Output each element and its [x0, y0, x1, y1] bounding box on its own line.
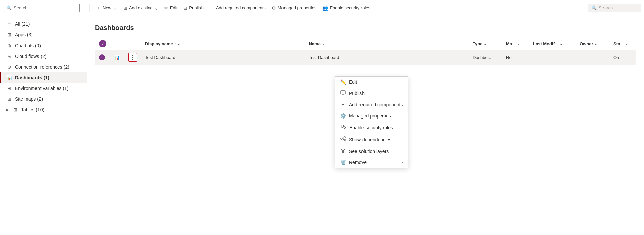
th-name[interactable]: Name ⌄ [305, 37, 469, 50]
env-vars-icon: ⊞ [6, 86, 12, 91]
chatbots-icon: ⊕ [6, 43, 12, 48]
plus-icon: ＋ [96, 5, 101, 11]
sidebar-item-label: Chatbots (0) [15, 43, 41, 48]
sidebar-item-apps[interactable]: ⊞ Apps (3) [0, 29, 87, 40]
select-all-circle[interactable]: ✓ [99, 40, 106, 47]
sidebar-item-connection-references[interactable]: ⊙ Connection references (2) [0, 62, 87, 72]
add-existing-label: Add existing [129, 5, 153, 10]
th-type-label: Type [473, 41, 482, 46]
menu-remove-label: Remove [349, 160, 367, 165]
more-dots-icon: ⋯ [376, 5, 381, 10]
menu-item-add-required[interactable]: + Add required components [335, 99, 408, 110]
table-header-row: ✓ Display name ↑ ⌄ Name [95, 37, 636, 50]
sidebar-item-label: Apps (3) [15, 32, 33, 37]
cloud-flows-icon: ∿ [6, 54, 12, 59]
sidebar-search-box[interactable]: 🔍 [3, 4, 80, 12]
gear-icon: ⚙ [272, 5, 276, 11]
remove-submenu-chevron: › [402, 160, 403, 164]
sidebar: ≡ All (21) ⊞ Apps (3) ⊕ Chatbots (0) ∿ C… [0, 16, 87, 235]
filter-icon-modified[interactable]: ⌄ [560, 42, 562, 46]
menu-item-remove[interactable]: 🗑️ Remove › [335, 157, 408, 168]
dashboards-table: ✓ Display name ↑ ⌄ Name [95, 37, 636, 65]
more-actions-button[interactable]: ⋯ [374, 4, 383, 12]
row-icon-cell: 📊 [110, 50, 124, 65]
th-last-modified[interactable]: Last Modif... ⌄ [529, 37, 576, 50]
edit-label: Edit [170, 5, 177, 10]
th-owner[interactable]: Owner ⌄ [576, 37, 609, 50]
th-type[interactable]: Type ⌄ [469, 37, 502, 50]
managed-properties-button[interactable]: ⚙ Managed properties [269, 4, 319, 12]
sidebar-search-input[interactable] [14, 5, 76, 10]
add-existing-icon: ⊞ [123, 5, 127, 11]
filter-icon-owner[interactable]: ⌄ [594, 42, 597, 46]
menu-enable-security-roles-label: Enable security roles [349, 125, 393, 130]
row-display-name: Test Dashboard [141, 50, 305, 65]
th-more [124, 37, 141, 50]
th-ma-label: Ma... [506, 41, 516, 46]
th-status[interactable]: Sta... ⌄ [609, 37, 636, 50]
context-menu: ✏️ Edit Publish + Add required component… [335, 76, 408, 168]
edit-icon: ✏ [164, 5, 168, 11]
menu-item-managed-properties[interactable]: ⚙️ Managed properties [335, 110, 408, 121]
menu-item-show-dependencies[interactable]: Show dependencies [335, 134, 408, 145]
left-panel: 🔍 [3, 4, 90, 12]
filter-icon[interactable]: ⌄ [177, 42, 180, 46]
th-ma[interactable]: Ma... ⌄ [502, 37, 529, 50]
page-title: Dashboards [95, 24, 636, 32]
svg-rect-6 [344, 139, 345, 141]
add-required-icon: ＋ [210, 5, 214, 11]
publish-button[interactable]: ⊟ Publish [181, 4, 206, 12]
edit-button[interactable]: ✏ Edit [162, 4, 180, 12]
toolbar-actions: ＋ New ⌄ ⊞ Add existing ⌄ ✏ Edit ⊟ Publis… [91, 3, 641, 13]
add-required-menu-icon: + [340, 102, 346, 108]
add-required-button[interactable]: ＋ Add required components [207, 3, 268, 13]
sidebar-item-dashboards[interactable]: 📊 Dashboards (1) [0, 72, 87, 83]
sidebar-item-label: Site maps (2) [15, 96, 43, 102]
sidebar-item-cloud-flows[interactable]: ∿ Cloud flows (2) [0, 51, 87, 62]
publish-label: Publish [189, 5, 204, 10]
managed-properties-label: Managed properties [278, 5, 317, 10]
row-check-circle[interactable]: ✓ [99, 54, 105, 60]
add-required-label: Add required components [216, 5, 266, 10]
sidebar-item-all[interactable]: ≡ All (21) [0, 19, 87, 29]
row-check[interactable]: ✓ [95, 50, 110, 65]
menu-managed-properties-label: Managed properties [349, 113, 391, 119]
publish-icon: ⊟ [183, 5, 187, 11]
apps-icon: ⊞ [6, 32, 12, 37]
dashboard-row-icon: 📊 [114, 55, 120, 60]
sidebar-item-label: All (21) [15, 21, 30, 27]
add-existing-button[interactable]: ⊞ Add existing ⌄ [120, 4, 161, 12]
sidebar-item-site-maps[interactable]: ⊞ Site maps (2) [0, 94, 87, 104]
menu-publish-label: Publish [349, 91, 365, 96]
enable-security-roles-button[interactable]: 👥 Enable security roles [320, 4, 373, 12]
new-button[interactable]: ＋ New ⌄ [94, 3, 120, 13]
filter-icon-type[interactable]: ⌄ [484, 42, 486, 46]
sidebar-item-label: Tables (10) [21, 107, 44, 112]
publish-menu-icon [340, 90, 346, 96]
sidebar-item-tables[interactable]: ▶ ⊞ Tables (10) [0, 104, 87, 115]
row-more-button[interactable]: ⋮ [128, 53, 137, 62]
remove-menu-icon: 🗑️ [340, 160, 346, 165]
enable-security-roles-label: Enable security roles [330, 5, 370, 10]
connection-references-icon: ⊙ [6, 64, 12, 70]
content-area: Dashboards ✓ Display name ↑ [87, 16, 644, 235]
chevron-down-icon: ⌄ [113, 5, 117, 11]
sidebar-item-label: Cloud flows (2) [15, 54, 46, 59]
menu-item-see-solution-layers[interactable]: See solution layers [335, 145, 408, 157]
filter-icon-name[interactable]: ⌄ [322, 42, 325, 46]
svg-rect-0 [341, 91, 345, 94]
sort-asc-icon: ↑ [174, 42, 176, 46]
sidebar-item-chatbots[interactable]: ⊕ Chatbots (0) [0, 40, 87, 51]
th-owner-label: Owner [580, 41, 593, 46]
menu-item-edit[interactable]: ✏️ Edit [335, 77, 408, 87]
menu-item-publish[interactable]: Publish [335, 87, 408, 99]
menu-item-enable-security-roles[interactable]: Enable security roles [336, 122, 407, 133]
filter-icon-status[interactable]: ⌄ [625, 42, 628, 46]
chevron-down-icon-2: ⌄ [154, 5, 158, 11]
site-maps-icon: ⊞ [6, 96, 12, 102]
filter-icon-ma[interactable]: ⌄ [517, 42, 520, 46]
toolbar-search-right[interactable]: 🔍 Search [588, 4, 641, 12]
th-display-name[interactable]: Display name ↑ ⌄ [141, 37, 305, 50]
sidebar-item-environment-variables[interactable]: ⊞ Environment variables (1) [0, 83, 87, 94]
table-row: ✓ 📊 ⋮ Test Dashboard Test Dashboard Dash… [95, 50, 636, 65]
